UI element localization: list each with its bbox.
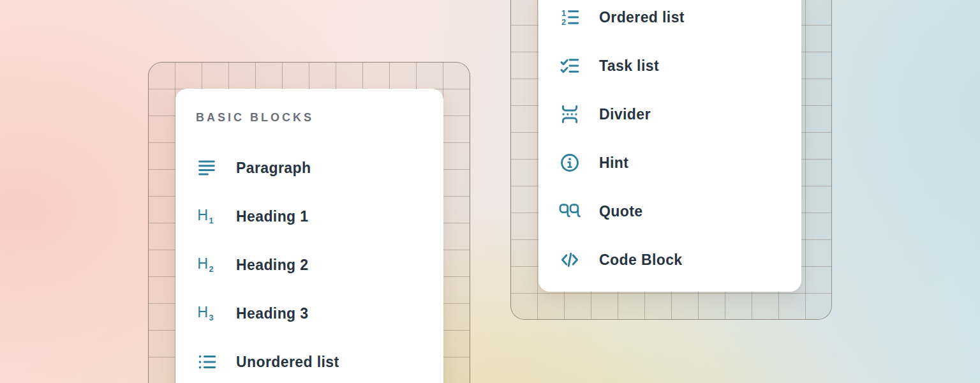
menu-item-ordered-list[interactable]: 1 2 Ordered list [538,0,801,41]
menu-item-label: Task list [599,57,659,75]
menu-item-heading-1[interactable]: H 1 Heading 1 [175,192,443,241]
svg-text:1: 1 [209,216,214,225]
task-list-icon [558,55,581,77]
menu-item-label: Paragraph [236,160,311,177]
menu-item-label: Divider [599,106,651,123]
unordered-list-icon [195,351,218,373]
menu-item-label: Heading 1 [236,208,309,225]
svg-text:3: 3 [209,313,214,322]
menu-item-code-block[interactable]: Code Block [538,236,801,284]
menu-item-heading-3[interactable]: H 3 Heading 3 [175,289,443,338]
code-block-icon [558,249,581,271]
menu-item-label: Ordered list [599,9,685,26]
menu-item-label: Code Block [599,252,683,269]
blocks-menu-continued: 1 2 Ordered list Task list [538,0,801,292]
heading-2-icon: H 2 [195,254,218,276]
svg-text:H: H [197,255,208,272]
hint-icon [558,152,581,174]
menu-item-label: Heading 2 [236,257,309,274]
menu-item-label: Quote [599,203,642,220]
quote-icon [558,200,581,222]
menu-item-hint[interactable]: Hint [538,139,801,187]
ordered-list-icon: 1 2 [558,6,581,28]
menu-item-unordered-list[interactable]: Unordered list [175,338,443,383]
menu-item-heading-2[interactable]: H 2 Heading 2 [175,241,443,289]
paragraph-icon [195,157,218,179]
divider-icon [558,103,581,125]
basic-blocks-menu: BASIC BLOCKS Paragraph H 1 Heading 1 H 2… [175,89,443,383]
svg-text:H: H [197,207,208,223]
menu-item-paragraph[interactable]: Paragraph [175,144,443,192]
menu-item-label: Hint [599,154,628,172]
heading-3-icon: H 3 [195,303,218,324]
svg-text:2: 2 [561,17,566,27]
block-picker-illustration: { "theme": { "accent_icon_color": "#2e7e… [0,0,980,383]
heading-1-icon: H 1 [195,206,218,227]
section-label: BASIC BLOCKS [196,110,443,124]
menu-item-quote[interactable]: Quote [538,187,801,236]
menu-item-task-list[interactable]: Task list [538,41,801,90]
svg-text:2: 2 [209,264,214,274]
svg-text:H: H [197,304,208,320]
menu-item-label: Heading 3 [236,305,309,322]
menu-item-label: Unordered list [236,354,339,371]
menu-item-divider[interactable]: Divider [538,90,801,139]
